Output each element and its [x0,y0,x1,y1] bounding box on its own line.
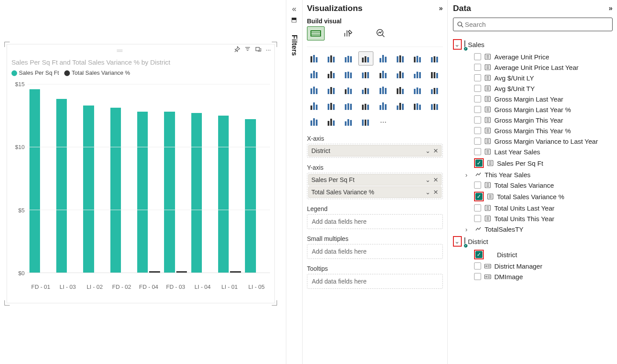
viz-type-py[interactable] [427,99,442,113]
field-checkbox[interactable] [474,182,481,189]
search-input[interactable] [464,20,609,29]
tooltips-dropzone[interactable]: Add data fields here [307,274,443,289]
field-checkbox[interactable] [474,85,481,92]
bar-group[interactable] [162,84,189,273]
field-checkbox[interactable] [474,53,481,60]
drag-grip-icon[interactable]: ═ [11,46,230,54]
focus-mode-icon[interactable] [255,46,261,54]
search-box[interactable] [453,18,613,31]
viz-type-treemap[interactable] [324,83,339,97]
viz-type-power-automate[interactable] [358,115,373,129]
viz-type-qna[interactable] [410,99,425,113]
field-item[interactable]: ✓Total Sales Variance % [453,190,613,203]
field-item[interactable]: Gross Margin Variance to Last Year [453,136,613,146]
field-item[interactable]: Total Sales Variance [453,180,613,190]
field-checkbox[interactable]: ✓ [475,160,482,167]
bar[interactable] [110,108,121,273]
viz-type-line-stacked[interactable] [307,67,322,81]
bar[interactable] [218,116,229,273]
viz-type-kpi[interactable] [427,83,442,97]
field-item[interactable]: Total Units This Year [453,213,613,224]
bar[interactable] [176,271,187,273]
bar[interactable] [56,99,67,273]
chevron-down-icon[interactable]: ⌄ [425,176,431,183]
bar[interactable] [164,112,175,273]
table-district[interactable]: ⌄✓District [453,234,613,248]
viz-type-clustered-column-2[interactable] [358,51,373,66]
field-item[interactable]: Avg $/Unit LY [453,73,613,83]
report-canvas[interactable]: ═ ··· Sales Per Sq Ft and Total Sales Va… [0,0,286,364]
bar-group[interactable] [189,84,216,273]
bar[interactable] [230,271,241,273]
field-item[interactable]: Total Units Last Year [453,203,613,213]
bar-group[interactable] [81,84,108,273]
viz-type-key-influencers[interactable] [307,115,322,129]
viz-type-combo2[interactable] [341,67,356,81]
bar[interactable] [137,112,148,273]
filter-icon[interactable] [245,46,251,54]
field-checkbox[interactable] [474,106,481,113]
field-item[interactable]: District Manager [453,261,613,271]
viz-type-azure-map[interactable] [376,83,391,97]
pin-icon[interactable] [234,46,240,54]
viz-type-line[interactable] [410,51,425,66]
viz-type-more[interactable]: ··· [376,115,391,129]
field-item[interactable]: Average Unit Price Last Year [453,62,613,73]
viz-type-ribbon[interactable] [358,67,373,81]
viz-type-table[interactable] [341,99,356,113]
bar-group[interactable] [243,84,270,273]
field-item[interactable]: Gross Margin This Year [453,115,613,125]
expand-filters-icon[interactable]: « [292,4,296,14]
viz-type-stacked-bar[interactable] [307,51,322,66]
field-checkbox[interactable] [474,74,481,81]
viz-type-donut[interactable] [307,83,322,97]
viz-type-scatter[interactable] [410,67,425,81]
analytics-tab[interactable] [372,26,390,40]
resize-handle-tr[interactable] [272,42,277,47]
viz-type-decomposition[interactable] [393,99,408,113]
field-item[interactable]: ›TotalSalesTY [453,224,613,234]
bar[interactable] [191,113,202,273]
field-checkbox[interactable] [474,215,481,222]
bar[interactable] [245,119,256,273]
viz-type-waterfall[interactable] [376,67,391,81]
x-axis-dropzone[interactable]: District⌄✕ [307,144,443,158]
viz-type-card[interactable] [410,83,425,97]
viz-type-clustered-column[interactable] [324,51,339,66]
y-axis-chip-1[interactable]: Sales Per Sq Ft⌄✕ [308,174,442,186]
field-item[interactable]: Gross Margin This Year % [453,125,613,136]
bar-group[interactable] [54,84,81,273]
bar-group[interactable] [216,84,243,273]
chevron-right-icon[interactable]: › [465,171,471,178]
viz-type-r[interactable] [376,99,391,113]
resize-handle-tl[interactable] [4,42,10,47]
viz-type-multi-card[interactable] [307,99,322,113]
bar-group[interactable] [27,84,54,273]
chevron-down-icon[interactable]: ⌄ [454,237,460,245]
bar[interactable] [83,106,94,273]
field-checkbox[interactable] [474,273,481,280]
collapse-data-pane-icon[interactable]: » [609,4,613,12]
format-visual-tab[interactable] [340,26,357,40]
field-item[interactable]: Average Unit Price [453,51,613,62]
viz-type-hundred-bar[interactable] [376,51,391,66]
viz-type-hundred-column[interactable] [393,51,408,66]
x-axis-chip[interactable]: District⌄✕ [308,145,442,157]
viz-type-filled-map[interactable] [358,83,373,97]
bar[interactable] [149,271,160,273]
field-checkbox[interactable] [474,138,481,145]
viz-type-combo1[interactable] [324,67,339,81]
legend-dropzone[interactable]: Add data fields here [307,214,443,229]
remove-chip-icon[interactable]: ✕ [433,189,438,196]
bar-group[interactable] [135,84,162,273]
viz-type-funnel[interactable] [393,67,408,81]
viz-type-matrix[interactable] [358,99,373,113]
expand-arrow-highlight[interactable]: ⌄ [453,39,462,50]
viz-type-area[interactable] [427,51,442,66]
table-sales[interactable]: ⌄✓Sales [453,37,613,51]
y-axis-chip-2[interactable]: Total Sales Variance %⌄✕ [308,186,442,198]
field-item[interactable]: DMImage [453,271,613,282]
expand-arrow-highlight[interactable]: ⌄ [453,236,462,247]
y-axis-dropzone[interactable]: Sales Per Sq Ft⌄✕ Total Sales Variance %… [307,173,443,199]
field-item[interactable]: ›This Year Sales [453,169,613,180]
